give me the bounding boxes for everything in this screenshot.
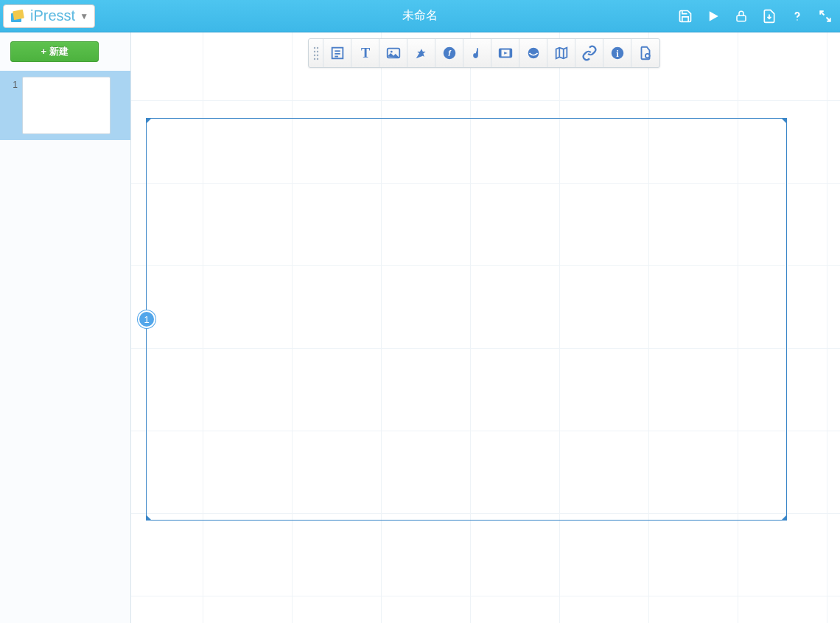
svg-rect-3: [737, 15, 746, 21]
new-slide-button[interactable]: + 新建: [10, 41, 99, 62]
corner-marker-icon: [146, 515, 152, 521]
svg-text:e: e: [531, 48, 535, 55]
svg-point-11: [316, 51, 318, 52]
brand-name: iPresst: [30, 7, 75, 24]
fullscreen-icon[interactable]: [816, 7, 834, 25]
svg-rect-28: [509, 49, 511, 58]
brand-menu[interactable]: iPresst ▼: [3, 4, 95, 28]
info-tool-icon[interactable]: i: [603, 39, 631, 67]
slide-number: 1: [6, 80, 18, 90]
chevron-down-icon: ▼: [80, 11, 88, 21]
lock-icon[interactable]: [732, 7, 750, 25]
svg-marker-29: [504, 52, 508, 55]
app-header: iPresst ▼ 未命名: [0, 0, 840, 32]
corner-marker-icon: [146, 118, 152, 124]
canvas[interactable]: T f e: [131, 32, 840, 623]
slide-thumbnail[interactable]: [22, 77, 111, 134]
video-tool-icon[interactable]: [491, 39, 519, 67]
shape-tool-icon[interactable]: [407, 39, 435, 67]
link-tool-icon[interactable]: [575, 39, 603, 67]
svg-point-13: [316, 55, 318, 56]
svg-marker-2: [710, 11, 718, 21]
svg-rect-27: [499, 49, 501, 58]
play-icon[interactable]: [704, 7, 722, 25]
web-tool-icon[interactable]: e: [519, 39, 547, 67]
brand-logo-icon: [7, 6, 27, 27]
svg-rect-1: [13, 9, 24, 19]
main-area: + 新建 1 ◀ T: [0, 32, 840, 623]
slides-sidebar: + 新建 1: [0, 32, 131, 623]
svg-point-22: [390, 51, 392, 53]
svg-point-34: [645, 54, 650, 58]
map-tool-icon[interactable]: [547, 39, 575, 67]
svg-point-12: [313, 55, 315, 56]
help-icon[interactable]: [788, 7, 806, 25]
export-icon[interactable]: [760, 7, 778, 25]
document-title[interactable]: 未命名: [402, 8, 438, 24]
corner-marker-icon: [781, 515, 787, 521]
svg-point-15: [316, 58, 318, 60]
svg-point-5: [797, 19, 798, 21]
svg-point-8: [313, 47, 315, 49]
page-settings-tool-icon[interactable]: [631, 39, 659, 67]
slide-index-badge[interactable]: 1: [138, 310, 155, 328]
textbox-tool-icon[interactable]: [323, 39, 351, 67]
svg-point-25: [474, 55, 477, 58]
insert-toolbar: T f e: [308, 38, 660, 68]
flash-tool-icon[interactable]: f: [435, 39, 463, 67]
new-slide-row: + 新建: [0, 32, 130, 71]
svg-point-14: [313, 58, 315, 60]
header-actions: [676, 7, 834, 25]
svg-point-10: [313, 51, 315, 52]
slide-frame[interactable]: 1: [146, 118, 787, 521]
svg-text:i: i: [616, 49, 619, 59]
save-icon[interactable]: [676, 7, 694, 25]
new-slide-label: + 新建: [41, 45, 68, 58]
svg-text:T: T: [360, 46, 369, 60]
corner-marker-icon: [781, 118, 787, 124]
text-tool-icon[interactable]: T: [351, 39, 379, 67]
image-tool-icon[interactable]: [379, 39, 407, 67]
drag-handle-icon[interactable]: [309, 39, 323, 67]
slide-thumb-row[interactable]: 1: [0, 71, 130, 140]
audio-tool-icon[interactable]: [463, 39, 491, 67]
svg-point-9: [316, 47, 318, 49]
